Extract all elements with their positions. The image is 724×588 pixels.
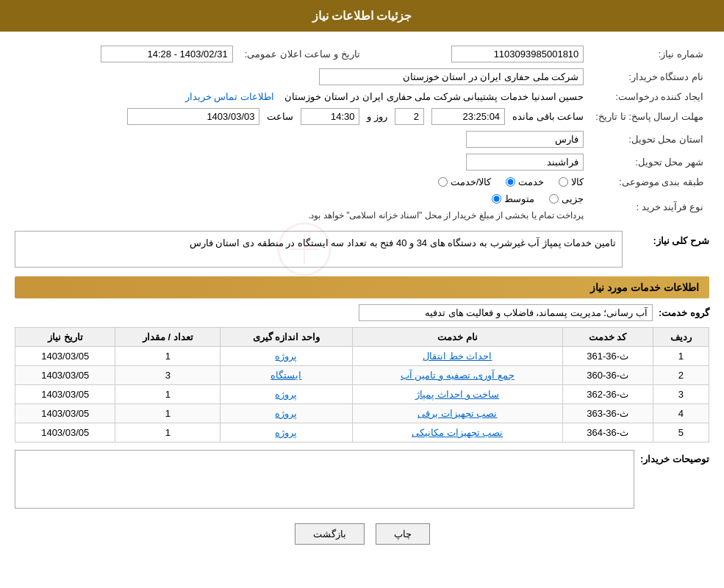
col-kod: کد خدمت <box>562 328 653 347</box>
vahed-link[interactable]: پروژه <box>275 427 297 438</box>
saat-input: 14:30 <box>301 108 359 125</box>
cell-radif: 1 <box>653 347 709 366</box>
vahed-link[interactable]: پروژه <box>275 351 297 362</box>
ettelaat-tamas-link[interactable]: اطلاعات تماس خریدار <box>185 91 274 102</box>
btn-chap[interactable]: چاپ <box>376 523 430 545</box>
tousiyat-textarea[interactable] <box>15 450 634 509</box>
tarikh-elam-label: تاریخ و ساعت اعلان عمومی: <box>239 43 366 65</box>
button-row: چاپ بازگشت <box>15 523 709 545</box>
ettelaat-khadamat-label: اطلاعات خدمات مورد نیاز <box>590 282 699 293</box>
cell-tedad: 1 <box>115 423 221 442</box>
sharh-container: تامین خدمات پمپاژ آب غیرشرب به دستگاه ها… <box>15 231 623 268</box>
radio-kala-khadamat[interactable]: کالا/خدمت <box>438 176 492 187</box>
radio-kala-input[interactable] <box>559 177 568 187</box>
cell-radif: 3 <box>653 385 709 404</box>
mohlat-row: 1403/03/03 ساعت 14:30 روز و 2 23:25:04 <box>15 105 589 128</box>
cell-kod: ث-36-363 <box>562 404 653 423</box>
cell-name: نصب تجهیزات برقی <box>352 404 562 423</box>
radio-khadamat[interactable]: خدمت <box>506 176 544 187</box>
ijad-konande-label: ایجاد کننده درخواست: <box>589 88 709 105</box>
grohe-khadamat-label: گروه خدمت: <box>659 307 709 318</box>
tabaghebandi-radio-group: کالا خدمت کالا/خدمت <box>21 176 584 187</box>
tousiyat-row: توصیحات خریدار: <box>15 450 709 509</box>
radio-kala-khadamat-input[interactable] <box>438 177 448 187</box>
service-link[interactable]: جمع آوری، تصفیه و تامین آب <box>401 370 515 381</box>
farayand-note: پرداخت تمام یا بخشی از مبلغ خریدار از مح… <box>21 210 584 220</box>
btn-bazgasht[interactable]: بازگشت <box>295 523 365 545</box>
date-input: 1403/03/03 <box>127 108 259 125</box>
grohe-khadamat-row: گروه خدمت: آب رسانی؛ مدیریت پسماند، فاضل… <box>15 304 709 321</box>
service-link[interactable]: ساخت و احداث پمپاژ <box>415 389 499 400</box>
khadamat-label: خدمت <box>518 176 544 187</box>
vahed-link[interactable]: پروژه <box>275 408 297 419</box>
radio-motevasset-input[interactable] <box>492 194 501 204</box>
cell-tarikh: 1403/03/05 <box>15 366 115 385</box>
service-link[interactable]: احداث خط انتقال <box>423 351 492 362</box>
ostan-tahvil-label: استان محل تحویل: <box>589 128 709 151</box>
shahr-tahvil-cell: فراشبند <box>15 151 589 173</box>
shomare-niaz-value: 1103093985001810 <box>366 43 590 65</box>
cell-tarikh: 1403/03/05 <box>15 423 115 442</box>
page-wrapper: جزئیات اطلاعات نیاز شماره نیاز: 11030939… <box>0 0 724 588</box>
ijad-konande-cell: حسین اسدنیا خدمات پشتیبانی شرکت ملی حفار… <box>15 88 589 105</box>
radio-motevasset[interactable]: متوسط <box>492 193 534 204</box>
vahed-link[interactable]: ایستگاه <box>270 370 301 381</box>
tabaghebandi-label: طبقه بندی موضوعی: <box>589 173 709 190</box>
motevasset-label: متوسط <box>504 193 534 204</box>
nam-dastgah-cell: شرکت ملی حفاری ایران در استان خوزستان <box>15 65 589 88</box>
kala-khadamat-label: کالا/خدمت <box>451 176 492 187</box>
col-tarikh: تاریخ نیاز <box>15 328 115 347</box>
cell-tedad: 3 <box>115 366 221 385</box>
table-row: 2 ث-36-360 جمع آوری، تصفیه و تامین آب ای… <box>15 366 709 385</box>
cell-kod: ث-36-362 <box>562 385 653 404</box>
cell-name: احداث خط انتقال <box>352 347 562 366</box>
nove-farayand-cell: جزیی متوسط پرداخت تمام یا بخشی از مبلغ خ… <box>15 190 589 223</box>
cell-tedad: 1 <box>115 404 221 423</box>
col-radif: ردیف <box>653 328 709 347</box>
cell-name: ساخت و احداث پمپاژ <box>352 385 562 404</box>
sharh-value: تامین خدمات پمپاژ آب غیرشرب به دستگاه ها… <box>15 231 623 268</box>
cell-kod: ث-36-361 <box>562 347 653 366</box>
table-row: 3 ث-36-362 ساخت و احداث پمپاژ پروژه 1 14… <box>15 385 709 404</box>
ostan-tahvil-cell: فارس <box>15 128 589 151</box>
services-table: ردیف کد خدمت نام خدمت واحد اندازه گیری ت… <box>15 327 709 442</box>
jozei-label: جزیی <box>562 193 584 204</box>
table-row: 4 ث-36-363 نصب تجهیزات برقی پروژه 1 1403… <box>15 404 709 423</box>
cell-kod: ث-36-360 <box>562 366 653 385</box>
service-link[interactable]: نصب تجهیزات برقی <box>417 408 497 419</box>
cell-name: نصب تجهیزات مکانیکی <box>352 423 562 442</box>
saat-label: ساعت <box>267 111 293 122</box>
cell-vahed: پروژه <box>221 347 353 366</box>
service-link[interactable]: نصب تجهیزات مکانیکی <box>412 427 503 438</box>
tabaghebandi-cell: کالا خدمت کالا/خدمت <box>15 173 589 190</box>
kala-label: کالا <box>571 176 584 187</box>
nam-dastgah-label: نام دستگاه خریدار: <box>589 65 709 88</box>
tarikh-elam-value: 1403/02/31 - 14:28 <box>15 43 239 65</box>
shahr-tahvil-label: شهر محل تحویل: <box>589 151 709 173</box>
sharh-row: شرح کلی نیاز: تامین خدمات پمپاژ آب غیرشر… <box>15 231 709 268</box>
info-grid: شماره نیاز: 1103093985001810 تاریخ و ساع… <box>15 43 709 223</box>
ijad-konande-value: حسین اسدنیا خدمات پشتیبانی شرکت ملی حفار… <box>284 91 584 102</box>
cell-vahed: ایستگاه <box>221 366 353 385</box>
col-vahed: واحد اندازه گیری <box>221 328 353 347</box>
roz-label: روز و <box>367 111 387 122</box>
nam-dastgah-input: شرکت ملی حفاری ایران در استان خوزستان <box>319 68 584 85</box>
ostan-tahvil-input: فارس <box>466 131 584 148</box>
sharh-label: شرح کلی نیاز: <box>628 231 709 246</box>
cell-tedad: 1 <box>115 385 221 404</box>
radio-kala[interactable]: کالا <box>559 176 584 187</box>
cell-tarikh: 1403/03/05 <box>15 347 115 366</box>
mande-input: 23:25:04 <box>431 108 505 125</box>
radio-jozei[interactable]: جزیی <box>549 193 584 204</box>
grohe-khadamat-value: آب رسانی؛ مدیریت پسماند، فاضلاب و فعالیت… <box>359 304 653 321</box>
shahr-tahvil-input: فراشبند <box>466 154 584 171</box>
roz-input: 2 <box>395 108 424 125</box>
radio-khadamat-input[interactable] <box>506 177 515 187</box>
radio-jozei-input[interactable] <box>549 194 559 204</box>
vahed-link[interactable]: پروژه <box>275 389 297 400</box>
cell-name: جمع آوری، تصفیه و تامین آب <box>352 366 562 385</box>
col-tedad: تعداد / مقدار <box>115 328 221 347</box>
cell-radif: 2 <box>653 366 709 385</box>
mohlat-label: مهلت ارسال پاسخ: تا تاریخ: <box>589 105 709 128</box>
cell-vahed: پروژه <box>221 423 353 442</box>
